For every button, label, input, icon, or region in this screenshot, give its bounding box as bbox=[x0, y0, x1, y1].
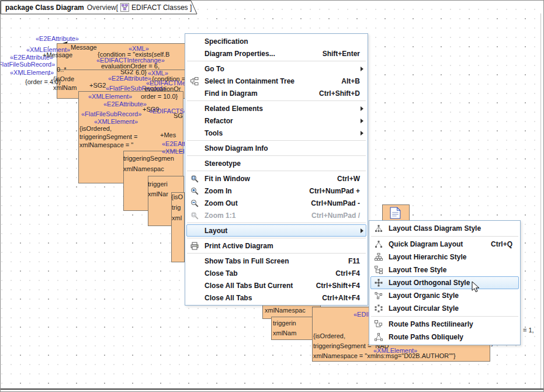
menu-item-label: Route Paths Obliquely bbox=[386, 333, 512, 341]
menu-separator bbox=[187, 223, 366, 223]
frame-tab-kind: package Class Diagram bbox=[5, 4, 84, 12]
menu-item-label: Specification bbox=[202, 37, 360, 46]
menu-item-label: Close All Tabs bbox=[202, 294, 322, 302]
menu-item-label: Layout Hierarchic Style bbox=[386, 253, 512, 261]
menu-item-diagram-properties[interactable]: Diagram Properties...Shift+Enter bbox=[186, 47, 366, 60]
menu-item-layout-class-diagram-style[interactable]: Layout Class Diagram Style bbox=[370, 222, 519, 235]
menu-item-label: Select in Containment Tree bbox=[202, 77, 341, 85]
diagram-canvas[interactable]: «E2EAttribute»«XMLElement»«E2EAttribute»… bbox=[1, 1, 543, 391]
menu-separator bbox=[371, 236, 518, 237]
menu-separator bbox=[187, 171, 366, 171]
menu-item-label: Show Diagram Info bbox=[202, 144, 360, 152]
diagram-text-label: {isOrde bbox=[53, 75, 74, 82]
uml-class-box[interactable] bbox=[171, 192, 185, 262]
menu-separator bbox=[371, 316, 518, 317]
menu-separator bbox=[187, 61, 366, 61]
menu-item-label: Layout Organic Style bbox=[386, 292, 512, 300]
diagram-text-label: trig bbox=[172, 204, 181, 211]
layout-hierarchic-icon bbox=[371, 253, 386, 261]
menu-separator bbox=[187, 253, 366, 254]
menu-item-tools[interactable]: Tools bbox=[186, 127, 366, 139]
frame-tab-name: EDIFACT Classes ] bbox=[131, 4, 192, 12]
diagram-text-label: = 1, bbox=[523, 327, 534, 334]
menu-item-zoom-out[interactable]: Zoom OutCtrl+NumPad - bbox=[186, 197, 366, 209]
frame-tab-context: Overview[ bbox=[87, 4, 118, 12]
mouse-cursor bbox=[472, 281, 482, 296]
stereotype-label: «FlatFileSubRecord» bbox=[81, 110, 141, 117]
menu-item-shortcut: F11 bbox=[348, 257, 365, 265]
diagram-text-label: triggeringSegment = bbox=[79, 133, 137, 140]
menu-item-zoom-in[interactable]: Zoom InCtrl+NumPad + bbox=[186, 185, 366, 197]
menu-item-shortcut: Ctrl+W bbox=[337, 175, 365, 183]
diagram-text-label: xml bbox=[172, 214, 182, 221]
stereotype-label: «XMLElement» bbox=[10, 69, 54, 76]
menu-item-fit-in-window[interactable]: Fit in WindowCtrl+W bbox=[186, 172, 366, 185]
menu-item-label: Layout bbox=[202, 227, 356, 235]
menu-item-label: Find in Diagram bbox=[202, 89, 319, 98]
frame-tab-text: package Class Diagram Overview[ EDIFACT … bbox=[5, 2, 192, 12]
menu-item-layout-organic-style[interactable]: Layout Organic Style bbox=[370, 289, 519, 302]
menu-item-show-diagram-info[interactable]: Show Diagram Info bbox=[186, 142, 366, 154]
layout-orthogonal-icon bbox=[371, 279, 386, 287]
menu-item-go-to[interactable]: Go To bbox=[186, 63, 366, 75]
diagram-text-label: triggeri bbox=[148, 181, 168, 188]
menu-item-shortcut: Ctrl+NumPad - bbox=[311, 199, 365, 207]
stereotype-label: «E2EAttribute» bbox=[36, 35, 79, 42]
menu-item-select-in-containment-tree[interactable]: Select in Containment TreeAlt+B bbox=[186, 75, 366, 87]
diagram-text-label: +Message bbox=[43, 51, 72, 58]
menu-separator bbox=[187, 238, 366, 238]
menu-item-find-in-diagram[interactable]: Find in DiagramCtrl+Shift+D bbox=[186, 87, 366, 99]
menu-item-print-active-diagram[interactable]: Print Active Diagram bbox=[186, 240, 366, 252]
menu-item-label: Stereotype bbox=[202, 159, 360, 168]
menu-item-close-all-tabs-but-current[interactable]: Close All Tabs But CurrentCtrl+Shift+F4 bbox=[186, 279, 366, 292]
menu-item-shortcut: Ctrl+Shift+F4 bbox=[316, 282, 365, 290]
menu-item-shortcut: Shift+Enter bbox=[323, 50, 365, 58]
layout-submenu: Layout Class Diagram StyleQuick Diagram … bbox=[369, 220, 521, 345]
menu-item-quick-diagram-layout[interactable]: Quick Diagram LayoutCtrl+Q bbox=[370, 238, 519, 251]
menu-item-zoom-1-1[interactable]: Zoom 1:1Ctrl+NumPad / bbox=[186, 209, 366, 221]
menu-item-shortcut: Ctrl+NumPad / bbox=[311, 211, 365, 220]
menu-item-label: Print Active Diagram bbox=[202, 242, 360, 250]
menu-item-label: Fit in Window bbox=[202, 175, 337, 183]
menu-item-layout-circular-style[interactable]: Layout Circular Style bbox=[370, 302, 519, 315]
menu-item-shortcut: Ctrl+F4 bbox=[335, 269, 365, 277]
menu-item-layout-orthogonal-style[interactable]: Layout Orthogonal Style bbox=[370, 276, 519, 289]
note-icon bbox=[390, 207, 401, 219]
menu-item-shortcut: Ctrl+Q bbox=[491, 240, 517, 248]
class-diagram-icon bbox=[120, 3, 129, 12]
menu-item-shortcut: Ctrl+NumPad + bbox=[309, 187, 365, 195]
diagram-frame-tab[interactable]: package Class Diagram Overview[ EDIFACT … bbox=[1, 1, 199, 15]
containment-tree-icon bbox=[187, 77, 202, 85]
zoom-one-one-icon bbox=[187, 211, 202, 220]
menu-item-close-all-tabs[interactable]: Close All TabsCtrl+Alt+F4 bbox=[186, 292, 366, 304]
menu-item-refactor[interactable]: Refactor bbox=[186, 115, 366, 127]
menu-item-layout-hierarchic-style[interactable]: Layout Hierarchic Style bbox=[370, 251, 519, 263]
diagram-text-label: +SG2 bbox=[89, 82, 106, 89]
menu-item-show-tabs-in-full-screen[interactable]: Show Tabs in Full ScreenF11 bbox=[186, 255, 366, 267]
diagram-text-label: xmlNamespac bbox=[123, 165, 164, 172]
stereotype-label: «FlatFileSubRecord» bbox=[0, 61, 55, 68]
diagram-text-label: evaluationOr bbox=[144, 85, 181, 92]
menu-separator bbox=[187, 155, 366, 156]
menu-item-layout[interactable]: Layout bbox=[186, 224, 366, 237]
menu-item-related-elements[interactable]: Related Elements bbox=[186, 102, 366, 115]
diagram-text-label: +Mes bbox=[160, 131, 176, 138]
menu-item-route-paths-rectilinearly[interactable]: Route Paths Rectilinearly bbox=[370, 318, 519, 331]
diagram-text-label: xmlNar bbox=[148, 190, 168, 197]
diagram-text-label: xmlNamespace = " bbox=[79, 141, 133, 148]
uml-note-box[interactable] bbox=[382, 204, 410, 221]
diagram-text-label: xmlNam bbox=[273, 329, 296, 337]
submenu-arrow-icon bbox=[361, 131, 363, 136]
application-window: «E2EAttribute»«XMLElement»«E2EAttribute»… bbox=[0, 0, 544, 392]
menu-item-route-paths-obliquely[interactable]: Route Paths Obliquely bbox=[370, 331, 519, 344]
layout-organic-icon bbox=[371, 292, 386, 300]
menu-item-stereotype[interactable]: Stereotype bbox=[186, 157, 366, 169]
diagram-text-label: {isOrdered, bbox=[313, 332, 345, 339]
route-oblique-icon bbox=[371, 333, 386, 341]
menu-item-specification[interactable]: Specification bbox=[186, 35, 366, 47]
submenu-arrow-icon bbox=[361, 228, 363, 233]
diagram-text-label: {isO bbox=[171, 193, 183, 200]
menu-separator bbox=[187, 100, 366, 101]
menu-item-layout-tree-style[interactable]: Layout Tree Style bbox=[370, 263, 519, 276]
menu-item-close-tab[interactable]: Close TabCtrl+F4 bbox=[186, 267, 366, 279]
